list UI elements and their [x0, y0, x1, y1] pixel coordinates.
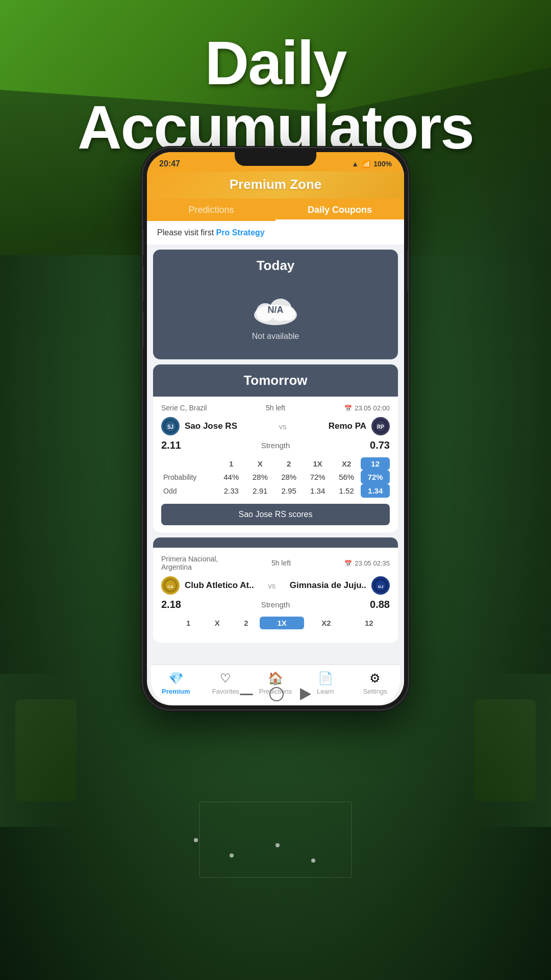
odd-1: 2.33 — [217, 484, 245, 498]
status-time: 20:47 — [159, 159, 180, 168]
predictions-icon: 🏠 — [268, 671, 283, 685]
col-2: 2 — [274, 457, 303, 470]
league-block-2: Primera Nacional, Argentina — [161, 555, 218, 571]
pro-strategy-link[interactable]: Pro Strategy — [216, 228, 265, 237]
svg-text:SJ: SJ — [167, 424, 173, 430]
odd-row-1: Odd 2.33 2.91 2.95 1.34 1.52 1.34 — [161, 484, 390, 498]
nav-label-favorites: Favorites — [212, 688, 239, 695]
match-meta-2: Primera Nacional, Argentina 5h left 📅 23… — [161, 555, 390, 571]
crowd-right — [474, 699, 536, 801]
volume-down-button — [143, 311, 144, 347]
wifi-icon: 📶 — [362, 160, 370, 168]
home-strength-2: 2.18 — [161, 599, 181, 610]
volume-button-right — [407, 250, 408, 291]
time-left-1: 5h left — [266, 404, 285, 412]
hardware-nav-bar — [240, 687, 311, 701]
player-dot — [276, 843, 280, 847]
league-country-2: Argentina — [161, 563, 218, 571]
odd-x2: 1.52 — [332, 484, 361, 498]
nav-settings[interactable]: ⚙ Settings — [350, 671, 400, 699]
prob-1x: 72% — [303, 470, 332, 484]
crowd-left — [15, 699, 77, 801]
calendar-icon-2: 📅 — [344, 560, 352, 567]
cloud-na-text: N/A — [268, 305, 284, 315]
tab-daily-coupons[interactable]: Daily Coupons — [276, 199, 404, 221]
home-team-logo-1: SJ — [161, 417, 180, 435]
col2-1x: 1X — [260, 617, 304, 629]
app-title: Daily Accumulators — [41, 31, 510, 159]
match-2-separator — [153, 537, 398, 548]
away-team-logo-1: RP — [371, 417, 390, 435]
not-available-area: N/A Not available — [153, 282, 398, 359]
away-strength-2: 0.88 — [370, 599, 390, 610]
col2-x: X — [202, 617, 232, 629]
teams-row-1: SJ Sao Jose RS vs Remo PA RP — [161, 417, 390, 435]
strength-row-1: 2.11 Strength 0.73 — [161, 439, 390, 451]
prob-1: 44% — [217, 470, 245, 484]
player-dot — [230, 853, 234, 857]
match-meta-1: Serie C, Brazil 5h left 📅 23.05 02:00 — [161, 404, 390, 412]
teams-row-2: CA Club Atletico At.. vs Gimnasia de Juj… — [161, 576, 390, 595]
col2-12: 12 — [348, 617, 390, 629]
phone-frame: 20:47 ▲ 📶 100% Premium Zone Predictions … — [143, 148, 408, 709]
tomorrow-section-header: Tomorrow — [153, 364, 398, 397]
prob-x2: 56% — [332, 470, 361, 484]
pro-strategy-bar: Please visit first Pro Strategy — [147, 221, 404, 244]
stats-table-2: 1 X 2 1X X2 12 — [161, 617, 390, 629]
app-header: Premium Zone Predictions Daily Coupons — [147, 172, 404, 221]
phone-notch — [235, 148, 316, 166]
odd-12: 1.34 — [361, 484, 390, 498]
away-team-2: Gimnasia de Juju.. GJ — [290, 576, 390, 595]
today-header: Today — [153, 250, 398, 282]
col-1: 1 — [217, 457, 245, 470]
strength-row-2: 2.18 Strength 0.88 — [161, 599, 390, 610]
field-lines — [199, 801, 352, 878]
header-title: Premium Zone — [147, 177, 404, 199]
hardware-home-icon — [269, 687, 284, 701]
home-team-name-1: Sao Jose RS — [185, 421, 237, 431]
probability-row-1: Probability 44% 28% 28% 72% 56% 72% — [161, 470, 390, 484]
signal-icon: ▲ — [352, 160, 359, 168]
stats-label-header-2 — [161, 617, 174, 629]
tab-bar: Predictions Daily Coupons — [147, 199, 404, 221]
learn-icon: 📄 — [318, 671, 333, 685]
svg-text:RP: RP — [377, 424, 384, 430]
nav-label-settings: Settings — [363, 688, 387, 695]
home-team-2: CA Club Atletico At.. — [161, 576, 254, 595]
nav-premium[interactable]: 💎 Premium — [151, 671, 201, 699]
home-team-name-2: Club Atletico At.. — [185, 580, 254, 591]
stats-table-1: 1 X 2 1X X2 12 Probability 44% 28% — [161, 457, 390, 498]
player-dot — [311, 859, 315, 863]
premium-icon: 💎 — [168, 671, 184, 685]
status-icons: ▲ 📶 100% — [352, 160, 392, 168]
player-dot — [194, 838, 198, 842]
away-team-logo-2: GJ — [371, 576, 390, 595]
home-team-logo-2: CA — [161, 576, 180, 595]
col2-1: 1 — [174, 617, 202, 629]
odd-label: Odd — [161, 484, 217, 498]
match-card-2: Primera Nacional, Argentina 5h left 📅 23… — [153, 548, 398, 643]
today-section: Today N/A Not available — [153, 250, 398, 359]
svg-text:GJ: GJ — [378, 584, 384, 589]
content-area[interactable]: Please visit first Pro Strategy Today — [147, 221, 404, 682]
prob-2: 28% — [274, 470, 303, 484]
score-button-1[interactable]: Sao Jose RS scores — [161, 504, 390, 525]
prob-12: 72% — [361, 470, 390, 484]
home-strength-1: 2.11 — [161, 439, 181, 451]
title-area: Daily Accumulators — [0, 31, 551, 159]
league-name-1: Serie C, Brazil — [161, 404, 207, 412]
col-x2: X2 — [332, 457, 361, 470]
hardware-recent-icon — [300, 688, 311, 700]
away-team-1: Remo PA RP — [329, 417, 390, 435]
league-name-2: Primera Nacional, — [161, 555, 218, 563]
nav-label-learn: Learn — [317, 688, 334, 695]
calendar-icon: 📅 — [344, 405, 352, 412]
col-12: 12 — [361, 457, 390, 470]
svg-text:CA: CA — [167, 584, 173, 589]
nav-label-premium: Premium — [162, 688, 190, 695]
col-1x: 1X — [303, 457, 332, 470]
time-left-2: 5h left — [271, 559, 291, 567]
tab-predictions[interactable]: Predictions — [147, 199, 276, 221]
probability-label: Probability — [161, 470, 217, 484]
odd-1x: 1.34 — [303, 484, 332, 498]
